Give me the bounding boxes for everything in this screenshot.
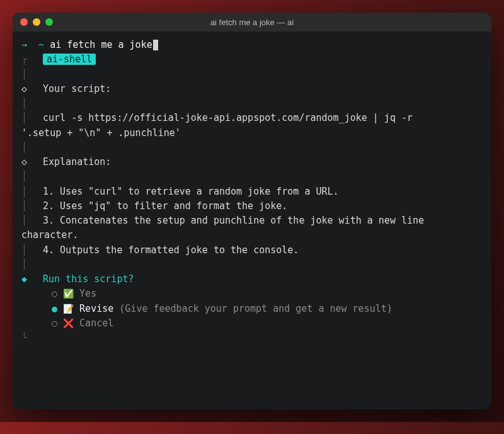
explanation-item: │ 1. Uses "curl" to retrieve a random jo… — [21, 185, 483, 199]
tool-tag: ai-shell — [43, 54, 96, 65]
spacer-pipe: │ — [21, 140, 483, 155]
run-question: Run this script? — [43, 273, 134, 285]
explanation-item: │ 2. Uses "jq" to filter and format the … — [21, 199, 483, 214]
titlebar[interactable]: ai fetch me a joke — ai — [13, 13, 491, 31]
option-label: Yes — [79, 288, 96, 299]
window-title: ai fetch me a joke — ai — [20, 18, 484, 27]
option-yes[interactable]: ○ ✅ Yes — [21, 287, 483, 301]
terminal-window: ai fetch me a joke — ai → ~ ai fetch me … — [13, 13, 491, 409]
prompt-command: ai fetch me a joke — [50, 39, 152, 50]
run-question-line: ◆Run this script? — [21, 272, 483, 287]
explanation-heading-line: ◇Explanation: — [21, 155, 483, 169]
prompt-arrow-icon: → — [21, 39, 27, 50]
option-cancel[interactable]: ○ ❌ Cancel — [21, 316, 483, 331]
terminal-body[interactable]: → ~ ai fetch me a joke ┌ ai-shell │ ◇You… — [13, 31, 491, 409]
prompt-tilde: ~ — [38, 39, 44, 50]
explanation-item: │ 3. Concatenates the setup and punchlin… — [21, 214, 483, 243]
memo-emoji-icon: 📝 — [63, 304, 74, 314]
script-body-wrap: '.setup + "\n" + .punchline' — [21, 126, 483, 140]
spacer-pipe: │ — [21, 67, 483, 82]
radio-unselected-icon: ○ — [52, 288, 57, 299]
spacer-pipe: │ — [21, 169, 483, 184]
script-heading: Your script: — [43, 83, 111, 94]
traffic-lights — [20, 18, 53, 26]
spacer-pipe: └ — [21, 331, 483, 345]
radio-unselected-icon: ○ — [52, 317, 57, 329]
option-hint: (Give feedback your prompt and get a new… — [119, 303, 392, 314]
check-emoji-icon: ✅ — [63, 288, 74, 299]
radio-selected-icon: ● — [52, 303, 57, 314]
explanation-heading: Explanation: — [43, 156, 111, 168]
option-label: Revise — [79, 303, 113, 314]
cursor-icon — [153, 40, 158, 50]
zoom-icon[interactable] — [45, 18, 53, 26]
cross-emoji-icon: ❌ — [63, 318, 74, 328]
script-body: │ curl -s https://official-joke-api.apps… — [21, 111, 483, 125]
spacer-pipe: │ — [21, 258, 483, 272]
script-heading-line: ◇Your script: — [21, 82, 483, 96]
close-icon[interactable] — [20, 18, 28, 26]
explanation-item: │ 4. Outputs the formatted joke to the c… — [21, 243, 483, 258]
option-label: Cancel — [79, 317, 113, 329]
minimize-icon[interactable] — [33, 18, 40, 26]
prompt-line: → ~ ai fetch me a joke — [21, 38, 483, 52]
spacer-pipe: │ — [21, 96, 483, 111]
tool-tag-line: ┌ ai-shell — [21, 52, 483, 67]
option-revise[interactable]: ● 📝 Revise (Give feedback your prompt an… — [21, 302, 483, 316]
